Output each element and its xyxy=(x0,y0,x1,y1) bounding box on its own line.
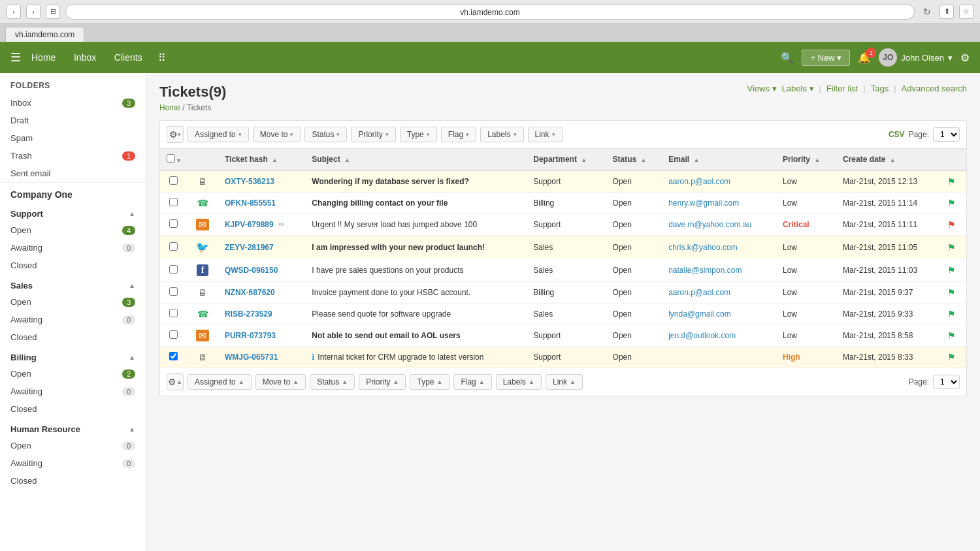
gear-dropdown-button[interactable]: ⚙ ▾ xyxy=(167,126,184,143)
row-checkbox-cell[interactable] xyxy=(160,214,188,236)
flag-icon[interactable]: ⚑ xyxy=(947,309,956,319)
sidebar-item-billing-awaiting[interactable]: Awaiting 0 xyxy=(0,383,146,400)
bottom-status-button[interactable]: Status ▲ xyxy=(310,374,355,390)
email-cell[interactable]: lynda@gmail.com xyxy=(662,304,776,325)
sidebar-item-support-open[interactable]: Open 4 xyxy=(0,221,146,239)
page-select[interactable]: 1 xyxy=(933,127,960,142)
group-support-header[interactable]: Support ▲ xyxy=(0,202,146,221)
ticket-hash-cell[interactable]: NZNX-687620 xyxy=(218,282,305,304)
flag-cell[interactable]: ⚑ xyxy=(941,259,967,282)
ticket-hash[interactable]: ZEYV-281967 xyxy=(225,243,274,252)
row-checkbox-cell[interactable] xyxy=(160,325,188,347)
col-subject[interactable]: Subject ▲ xyxy=(305,149,527,171)
share-button[interactable]: ⬆ xyxy=(939,5,954,19)
row-checkbox-cell[interactable] xyxy=(160,304,188,325)
email-link[interactable]: dave.m@yahoo.com.au xyxy=(668,220,751,229)
ticket-hash[interactable]: KJPV-679889 xyxy=(225,220,274,229)
sidebar-item-billing-closed[interactable]: Closed xyxy=(0,400,146,418)
flag-icon[interactable]: ⚑ xyxy=(947,198,956,208)
row-checkbox[interactable] xyxy=(169,309,178,317)
settings-button[interactable]: ⚙ xyxy=(960,52,970,64)
ticket-hash[interactable]: WMJG-065731 xyxy=(225,353,278,362)
bottom-gear-button[interactable]: ⚙ ▲ xyxy=(167,373,184,390)
ticket-hash-cell[interactable]: WMJG-065731 xyxy=(218,347,305,368)
row-checkbox-cell[interactable] xyxy=(160,282,188,304)
sidebar-item-support-closed[interactable]: Closed xyxy=(0,257,146,274)
select-all-checkbox[interactable] xyxy=(167,154,175,163)
status-button[interactable]: Status ▾ xyxy=(304,127,347,142)
email-link[interactable]: natalie@simpon.com xyxy=(668,266,742,275)
subject-cell[interactable]: Not able to send out email to AOL users xyxy=(305,325,527,347)
sidebar-item-spam[interactable]: Spam xyxy=(0,129,146,147)
bookmark-button[interactable]: ☆ xyxy=(959,5,973,19)
row-checkbox-cell[interactable] xyxy=(160,236,188,259)
subject-cell[interactable]: I have pre sales questions on your produ… xyxy=(305,259,527,282)
flag-icon[interactable]: ⚑ xyxy=(947,219,956,230)
menu-toggle-button[interactable]: ☰ xyxy=(10,50,21,65)
ticket-hash[interactable]: RISB-273529 xyxy=(225,309,272,319)
email-cell[interactable]: jen.d@outlook.com xyxy=(662,325,776,347)
email-cell[interactable]: dave.m@yahoo.com.au xyxy=(662,214,776,236)
bottom-link-button[interactable]: Link ▲ xyxy=(546,374,583,390)
email-link[interactable]: aaron.p@aol.com xyxy=(668,288,730,297)
subject-cell[interactable]: I am impressed with your new product lau… xyxy=(305,236,527,259)
refresh-button[interactable]: ↻ xyxy=(920,5,934,19)
row-checkbox-cell[interactable] xyxy=(160,193,188,214)
sidebar-item-sent-email[interactable]: Sent email xyxy=(0,165,146,182)
assigned-to-button[interactable]: Assigned to ▾ xyxy=(188,127,249,142)
nav-clients[interactable]: Clients xyxy=(114,52,142,63)
sidebar-item-hr-closed[interactable]: Closed xyxy=(0,472,146,490)
bottom-move-to-button[interactable]: Move to ▲ xyxy=(255,374,306,390)
csv-button[interactable]: CSV xyxy=(889,130,905,139)
subject-cell[interactable]: Invoice payment done to your HSBC accoun… xyxy=(305,282,527,304)
flag-cell[interactable]: ⚑ xyxy=(941,325,967,347)
group-sales-header[interactable]: Sales ▲ xyxy=(0,274,146,293)
ticket-hash-cell[interactable]: OFKN-855551 xyxy=(218,193,305,214)
ticket-hash-cell[interactable]: KJPV-679889 ✏ xyxy=(218,214,305,236)
advanced-search-button[interactable]: Advanced search xyxy=(902,84,967,93)
forward-button[interactable]: › xyxy=(26,5,41,19)
row-checkbox-cell[interactable] xyxy=(160,347,188,368)
ticket-hash[interactable]: OFKN-855551 xyxy=(225,198,276,208)
email-link[interactable]: jen.d@outlook.com xyxy=(668,331,736,340)
flag-icon[interactable]: ⚑ xyxy=(947,265,956,276)
row-checkbox[interactable] xyxy=(169,287,178,296)
sidebar-item-sales-awaiting[interactable]: Awaiting 0 xyxy=(0,311,146,328)
flag-cell[interactable]: ⚑ xyxy=(941,347,967,368)
sidebar-item-draft[interactable]: Draft xyxy=(0,112,146,129)
row-checkbox[interactable] xyxy=(169,176,178,185)
bottom-priority-button[interactable]: Priority ▲ xyxy=(359,374,406,390)
sidebar-item-support-awaiting[interactable]: Awaiting 0 xyxy=(0,239,146,257)
bottom-assigned-to-button[interactable]: Assigned to ▲ xyxy=(188,374,252,390)
sidebar-item-trash[interactable]: Trash 1 xyxy=(0,147,146,165)
col-create-date[interactable]: Create date ▲ xyxy=(836,149,941,171)
col-ticket-hash[interactable]: Ticket hash ▲ xyxy=(218,149,305,171)
col-department[interactable]: Department ▲ xyxy=(527,149,606,171)
new-button[interactable]: + New ▾ xyxy=(802,50,850,66)
ticket-hash[interactable]: NZNX-687620 xyxy=(225,288,275,297)
row-checkbox[interactable] xyxy=(169,242,178,251)
sidebar-item-hr-awaiting[interactable]: Awaiting 0 xyxy=(0,454,146,472)
user-menu-button[interactable]: JO John Olsen ▾ xyxy=(879,48,953,67)
group-billing-header[interactable]: Billing ▲ xyxy=(0,346,146,365)
ticket-hash-cell[interactable]: ZEYV-281967 xyxy=(218,236,305,259)
ticket-hash-cell[interactable]: OXTY-536213 xyxy=(218,170,305,193)
flag-icon[interactable]: ⚑ xyxy=(947,352,956,362)
active-tab[interactable]: vh.iamdemo.com xyxy=(5,27,84,42)
labels-button[interactable]: Labels ▾ xyxy=(782,84,814,93)
email-cell[interactable]: chris.k@yahoo.com xyxy=(662,236,776,259)
email-link[interactable]: chris.k@yahoo.com xyxy=(668,243,738,252)
filter-list-button[interactable]: Filter list xyxy=(826,84,858,93)
type-button[interactable]: Type ▾ xyxy=(400,127,437,142)
nav-inbox[interactable]: Inbox xyxy=(74,52,96,63)
ticket-hash[interactable]: OXTY-536213 xyxy=(225,177,274,186)
flag-button[interactable]: Flag ▾ xyxy=(441,127,476,142)
flag-cell[interactable]: ⚑ xyxy=(941,214,967,236)
link-button[interactable]: Link ▾ xyxy=(528,127,563,142)
select-all-checkbox-header[interactable]: ▾ xyxy=(160,149,188,171)
group-hr-header[interactable]: Human Resource ▲ xyxy=(0,418,146,437)
subject-cell[interactable]: Urgent !! My server load has jumped abov… xyxy=(305,214,527,236)
labels-dropdown-button[interactable]: Labels ▾ xyxy=(480,127,523,142)
bottom-labels-button[interactable]: Labels ▲ xyxy=(496,374,542,390)
email-link[interactable]: henry.w@gmail.com xyxy=(668,198,739,208)
